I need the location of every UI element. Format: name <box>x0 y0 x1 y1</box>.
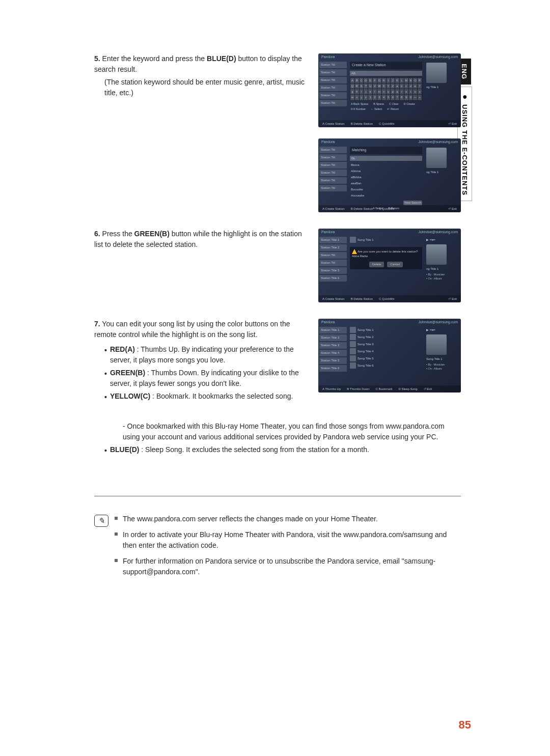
step-5-text: 5. Enter the keyword and press the BLUE(… <box>94 53 308 100</box>
step-5-row: 5. Enter the keyword and press the BLUE(… <box>94 53 461 212</box>
pandora-keyboard-screenshot: Pandora Johndoe@sumsung.com Station Titl… <box>318 53 461 127</box>
album-art <box>426 148 447 168</box>
key-—[interactable]: — <box>413 95 417 100</box>
song-list[interactable]: Song Title 1 Song Title 2 Song Title 3 S… <box>350 327 422 369</box>
key-R[interactable]: R <box>355 83 359 89</box>
pandora-matching-screenshot: Pandora Johndoe@sumsung.com Station Titl… <box>318 138 461 212</box>
key-0[interactable]: 0 <box>409 95 413 100</box>
key-2[interactable]: 2 <box>373 95 377 100</box>
square-bullet-icon <box>115 517 118 520</box>
key-F[interactable]: F <box>373 78 377 83</box>
key-u[interactable]: u <box>413 89 417 94</box>
key-h[interactable]: h <box>355 89 359 94</box>
key-N[interactable]: N <box>409 78 413 83</box>
match-list[interactable]: Bbcca Abbma aBbbba aaaBan Booooke Acccaa… <box>350 162 422 199</box>
key-6[interactable]: 6 <box>391 95 395 100</box>
app-title: Pandora <box>321 54 335 60</box>
key-r[interactable]: r <box>400 89 404 94</box>
key-1[interactable]: 1 <box>368 95 372 100</box>
notes-section: ✎ The www.pandora.com server reflects th… <box>94 514 461 577</box>
key-S[interactable]: S <box>360 83 364 89</box>
key-T[interactable]: T <box>364 83 368 89</box>
key-x[interactable]: x <box>355 95 359 100</box>
step-5-t1: Enter the keyword and press the <box>102 54 207 63</box>
key-L[interactable]: L <box>400 78 404 83</box>
step-6-images: Pandora Johndoe@sumsung.com Station Titl… <box>318 229 461 302</box>
key-n[interactable]: n <box>382 89 386 94</box>
dialog-text: Are you sure you want to delete this sta… <box>352 250 418 258</box>
key-C[interactable]: C <box>360 78 364 83</box>
key-J[interactable]: J <box>391 78 395 83</box>
blue-d-text: : Sleep Song. It excludes the selected s… <box>139 445 369 454</box>
now-playing-panel: ng Title 1 <box>424 146 461 205</box>
on-screen-keyboard[interactable]: ABCDEFGHIJKLMNOPQRSTUVWXYZabcdefghijklmn… <box>350 77 422 101</box>
key-q[interactable]: q <box>395 89 399 94</box>
key-l[interactable]: l <box>373 89 377 94</box>
key-w[interactable]: w <box>350 95 354 100</box>
key-c[interactable]: c <box>404 83 408 89</box>
key-M[interactable]: M <box>404 78 408 83</box>
station-item: Station Titl <box>319 100 347 106</box>
key-D[interactable]: D <box>364 78 368 83</box>
key-W[interactable]: W <box>377 83 381 89</box>
divider <box>94 496 461 496</box>
key-p[interactable]: p <box>391 89 395 94</box>
key-P[interactable]: P <box>418 78 422 83</box>
key-7[interactable]: 7 <box>395 95 399 100</box>
station-item: Station Titl <box>319 77 347 83</box>
key-K[interactable]: K <box>395 78 399 83</box>
station-item: Station Titl <box>319 62 347 68</box>
key-k[interactable]: k <box>368 89 372 94</box>
key-t[interactable]: t <box>409 89 413 94</box>
key-e[interactable]: e <box>413 83 417 89</box>
step-6-t1: Press the <box>102 230 134 238</box>
section-label: USING THE E-CONTENTS <box>460 104 470 195</box>
red-a-text: : Thumbs Up. By indicating your preferen… <box>110 345 294 364</box>
key-z[interactable]: z <box>364 95 368 100</box>
key-9[interactable]: 9 <box>404 95 408 100</box>
key-U[interactable]: U <box>368 83 372 89</box>
step-6-num: 6. <box>94 230 100 238</box>
key-E[interactable]: E <box>368 78 372 83</box>
cancel-button[interactable]: Cancel <box>387 262 403 267</box>
yellow-c-label: YELLOW(C) <box>110 392 150 400</box>
delete-dialog: Are you sure you want to delete this sta… <box>350 247 422 269</box>
account-label: Johndoe@sumsung.com <box>418 54 458 60</box>
key-X[interactable]: X <box>382 83 386 89</box>
key-V[interactable]: V <box>373 83 377 89</box>
key-i[interactable]: i <box>360 89 364 94</box>
match-input[interactable]: Bb <box>350 156 422 161</box>
key-a[interactable]: a <box>395 83 399 89</box>
green-b-label: GREEN(B) <box>134 230 170 238</box>
key-+[interactable]: + <box>418 95 422 100</box>
key-5[interactable]: 5 <box>387 95 391 100</box>
delete-button[interactable]: Delete <box>369 262 384 267</box>
key-d[interactable]: d <box>409 83 413 89</box>
key-v[interactable]: v <box>418 89 422 94</box>
note-1: The www.pandora.com server reflects the … <box>123 514 378 524</box>
key-3[interactable]: 3 <box>377 95 381 100</box>
key-o[interactable]: o <box>387 89 391 94</box>
key-8[interactable]: 8 <box>400 95 404 100</box>
key-B[interactable]: B <box>355 78 359 83</box>
key-Z[interactable]: Z <box>391 83 395 89</box>
app-title: Pandora <box>321 139 335 145</box>
key-G[interactable]: G <box>377 78 381 83</box>
key-Q[interactable]: Q <box>350 83 354 89</box>
key-j[interactable]: j <box>364 89 368 94</box>
key-f[interactable]: f <box>418 83 422 89</box>
step-5-sub: (The station keyword should be enter mus… <box>94 77 308 98</box>
key-I[interactable]: I <box>387 78 391 83</box>
key-s[interactable]: s <box>404 89 408 94</box>
new-search-button[interactable]: New Search <box>403 201 422 205</box>
key-H[interactable]: H <box>382 78 386 83</box>
key-b[interactable]: b <box>400 83 404 89</box>
key-O[interactable]: O <box>413 78 417 83</box>
key-g[interactable]: g <box>350 89 354 94</box>
key-A[interactable]: A <box>350 78 354 83</box>
keyboard-input[interactable]: AB <box>350 71 422 76</box>
key-Y[interactable]: Y <box>387 83 391 89</box>
key-4[interactable]: 4 <box>382 95 386 100</box>
key-m[interactable]: m <box>377 89 381 94</box>
key-y[interactable]: y <box>360 95 364 100</box>
